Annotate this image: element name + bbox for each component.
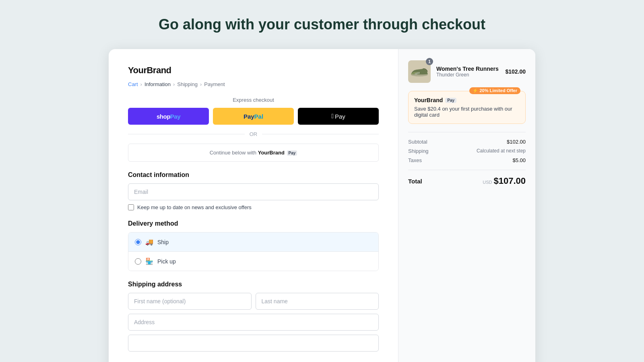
offer-pay-badge: Pay xyxy=(445,98,456,103)
product-variant: Thunder Green xyxy=(436,72,500,78)
total-value: $107.00 xyxy=(493,176,526,186)
ship-radio[interactable] xyxy=(135,239,141,245)
taxes-line: Taxes $5.00 xyxy=(408,157,526,163)
product-info: Women's Tree Runners Thunder Green xyxy=(436,66,500,78)
offer-brand-row: YourBrand Pay xyxy=(414,97,520,103)
price-breakdown: Subtotal $102.00 Shipping Calculated at … xyxy=(408,132,526,163)
subtotal-line: Subtotal $102.00 xyxy=(408,139,526,145)
newsletter-label: Keep me up to date on news and exclusive… xyxy=(137,204,252,210)
continue-pay-badge: Pay xyxy=(287,150,297,156)
shipping-value: Calculated at next step xyxy=(477,148,526,154)
delivery-section-title: Delivery method xyxy=(128,220,379,227)
breadcrumb-sep-1: › xyxy=(140,81,142,87)
brand-name: YourBrand xyxy=(128,65,379,76)
first-name-field[interactable] xyxy=(128,293,252,310)
shoppay-button[interactable]: shopPay xyxy=(128,108,209,125)
page-heading: Go along with your customer through chec… xyxy=(159,16,485,33)
applepay-button[interactable]:  Pay xyxy=(298,108,379,125)
svg-rect-3 xyxy=(417,72,418,74)
continue-brand: YourBrand xyxy=(258,150,285,156)
offer-brand-name: YourBrand xyxy=(414,97,443,103)
left-panel: YourBrand Cart › Information › Shipping … xyxy=(109,49,398,362)
shoppay-logo: shopPay xyxy=(157,113,180,120)
offer-text: Save $20.4 on your first purchase with o… xyxy=(414,106,520,118)
product-quantity-badge: 1 xyxy=(426,58,433,65)
shipping-address-title: Shipping address xyxy=(128,281,379,288)
shipping-line: Shipping Calculated at next step xyxy=(408,148,526,154)
store-icon: 🏪 xyxy=(145,257,153,265)
express-buttons: shopPay PayPal  Pay xyxy=(128,108,379,125)
delivery-options: 🚚 Ship 🏪 Pick up xyxy=(128,232,379,271)
breadcrumb-shipping: Shipping xyxy=(177,81,198,87)
product-price: $102.00 xyxy=(505,68,526,75)
paypal-button[interactable]: PayPal xyxy=(213,108,294,125)
svg-rect-1 xyxy=(415,73,416,74)
address-field[interactable] xyxy=(128,314,379,331)
breadcrumb-information[interactable]: Information xyxy=(144,81,171,87)
apple-icon:  xyxy=(331,113,334,120)
newsletter-checkbox[interactable] xyxy=(128,204,134,210)
total-label: Total xyxy=(408,178,422,185)
applepay-label: Pay xyxy=(335,113,345,120)
total-line: Total USD $107.00 xyxy=(408,170,526,186)
contact-section-title: Contact information xyxy=(128,171,379,179)
breadcrumb-payment: Payment xyxy=(204,81,225,87)
continue-bar: Continue below with YourBrand Pay xyxy=(128,144,379,162)
pickup-label: Pick up xyxy=(157,258,176,265)
total-amount: USD $107.00 xyxy=(483,176,526,186)
pickup-radio[interactable] xyxy=(135,258,141,265)
checkout-window: YourBrand Cart › Information › Shipping … xyxy=(109,49,535,362)
address2-field[interactable] xyxy=(128,335,379,352)
total-currency: USD xyxy=(483,180,492,185)
truck-icon: 🚚 xyxy=(145,238,153,246)
product-name: Women's Tree Runners xyxy=(436,66,500,72)
breadcrumb-sep-2: › xyxy=(173,81,175,87)
breadcrumb-sep-3: › xyxy=(200,81,202,87)
svg-rect-2 xyxy=(416,72,417,74)
offer-banner: ⚡ 20% Limited Offer YourBrand Pay Save $… xyxy=(408,91,526,124)
offer-badge: ⚡ 20% Limited Offer xyxy=(469,87,520,94)
subtotal-value: $102.00 xyxy=(507,139,526,145)
delivery-option-pickup[interactable]: 🏪 Pick up xyxy=(128,252,378,271)
right-panel: 1 Women's Tree Runners Thunder Green $10… xyxy=(398,49,535,362)
delivery-option-ship[interactable]: 🚚 Ship xyxy=(128,232,378,252)
product-image-wrapper: 1 xyxy=(408,60,431,83)
continue-text: Continue below with xyxy=(210,150,256,156)
name-row xyxy=(128,293,379,310)
paypal-logo: PayPal xyxy=(244,113,263,120)
product-shoe-svg xyxy=(410,65,429,78)
last-name-field[interactable] xyxy=(256,293,379,310)
divider-or: OR xyxy=(128,131,379,137)
breadcrumb: Cart › Information › Shipping › Payment xyxy=(128,81,379,87)
express-checkout-label: Express checkout xyxy=(128,97,379,103)
taxes-value: $5.00 xyxy=(512,157,526,163)
breadcrumb-cart[interactable]: Cart xyxy=(128,81,138,87)
shipping-label: Shipping xyxy=(408,148,429,154)
ship-label: Ship xyxy=(157,239,169,245)
newsletter-row: Keep me up to date on news and exclusive… xyxy=(128,204,379,210)
email-field[interactable] xyxy=(128,183,379,200)
svg-rect-4 xyxy=(419,72,419,74)
product-row: 1 Women's Tree Runners Thunder Green $10… xyxy=(408,60,526,83)
taxes-label: Taxes xyxy=(408,157,422,163)
subtotal-label: Subtotal xyxy=(408,139,427,145)
